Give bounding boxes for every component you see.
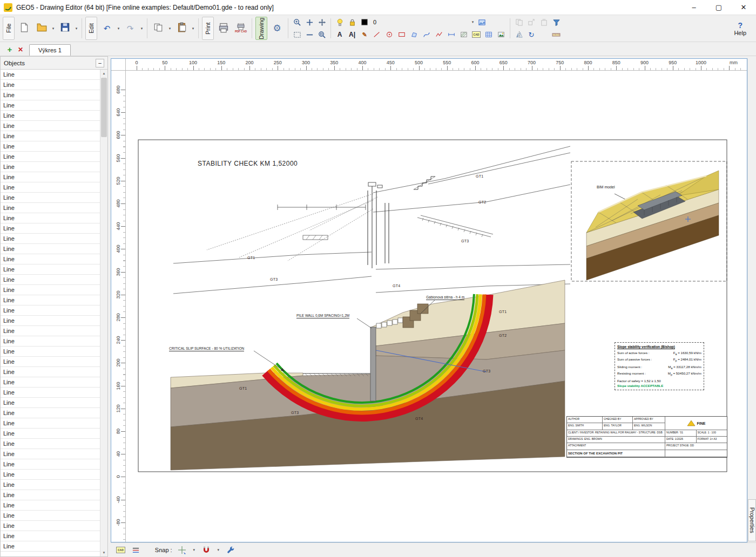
rotate-button[interactable]: ↻ <box>525 29 537 40</box>
annotate-tool-button[interactable]: ✎ <box>359 29 370 40</box>
undo-dropdown[interactable]: ▾ <box>116 16 121 40</box>
list-item-line[interactable]: Line <box>1 244 100 254</box>
list-item-line[interactable]: Line <box>1 511 100 521</box>
list-item-line[interactable]: Line <box>1 182 100 193</box>
list-item-line[interactable]: Line <box>1 203 100 213</box>
dimension-tool-button[interactable] <box>446 29 457 40</box>
list-item-line[interactable]: Line <box>1 357 100 367</box>
redo-dropdown[interactable]: ▾ <box>139 16 144 40</box>
new-document-button[interactable] <box>16 17 32 39</box>
list-item-line[interactable]: Line <box>1 90 100 100</box>
settings-button[interactable]: ⚙ <box>269 17 285 39</box>
close-sheet-button[interactable]: ✕ <box>15 46 26 53</box>
magnet-snap-button[interactable] <box>201 545 212 555</box>
delete-object-button[interactable] <box>538 16 550 28</box>
save-button[interactable] <box>57 17 73 39</box>
select-rectangle-button[interactable] <box>291 29 303 40</box>
properties-tab[interactable]: Properties <box>748 499 756 541</box>
list-item-line[interactable]: Line <box>1 152 100 162</box>
snap-mode-dropdown[interactable]: ▾ <box>192 548 197 552</box>
move-object-button[interactable] <box>525 16 537 28</box>
list-item-line[interactable]: Line <box>1 254 100 264</box>
settings-tools-button[interactable] <box>225 545 236 555</box>
list-item-line[interactable]: Line <box>1 470 100 480</box>
paste-button[interactable] <box>173 17 190 39</box>
list-item-line[interactable]: Line <box>1 234 100 244</box>
cad-import-button[interactable]: CAD <box>470 29 482 40</box>
zoom-out-button[interactable] <box>303 29 315 40</box>
open-dropdown[interactable]: ▾ <box>51 16 56 40</box>
print-menu-button[interactable]: Print <box>202 17 214 40</box>
list-item-line[interactable]: Line <box>1 285 100 295</box>
list-item-line[interactable]: Line <box>1 449 100 459</box>
add-sheet-button[interactable]: + <box>4 45 15 54</box>
close-button[interactable]: ✕ <box>731 0 756 15</box>
spline-tool-button[interactable] <box>421 29 433 40</box>
list-item-line[interactable]: Line <box>1 100 100 111</box>
polyline-tool-button[interactable] <box>433 29 445 40</box>
list-item-line[interactable]: Line <box>1 70 100 80</box>
snap-mode-button[interactable] <box>177 545 187 555</box>
collapse-panel-button[interactable]: – <box>96 59 104 67</box>
list-item-line[interactable]: Line <box>1 305 100 316</box>
open-button[interactable] <box>33 17 50 39</box>
print-pdf-cad-button[interactable]: PDF CAD <box>233 17 249 39</box>
object-lines-button[interactable] <box>131 545 141 555</box>
list-item-line[interactable]: Line <box>1 377 100 388</box>
help-group[interactable]: ? Help <box>734 16 746 40</box>
list-item-line[interactable]: Line <box>1 326 100 336</box>
visibility-bulb-button[interactable] <box>334 16 346 28</box>
zoom-window-button[interactable] <box>291 16 303 28</box>
list-item-line[interactable]: Line <box>1 408 100 418</box>
mirror-button[interactable] <box>513 29 525 40</box>
zoom-all-button[interactable] <box>316 29 328 40</box>
zoom-in-button[interactable] <box>303 16 315 28</box>
list-item-line[interactable]: Line <box>1 347 100 357</box>
list-item-line[interactable]: Line <box>1 316 100 326</box>
filter-button[interactable] <box>550 16 562 28</box>
list-item-line[interactable]: Line <box>1 521 100 531</box>
attach-button[interactable] <box>476 16 488 28</box>
print-button[interactable] <box>215 17 232 39</box>
list-item-line[interactable]: Line <box>1 429 100 439</box>
list-item-line[interactable]: Line <box>1 223 100 234</box>
text-tool-button[interactable]: A <box>334 29 346 40</box>
list-item-line[interactable]: Line <box>1 295 100 305</box>
list-item-line[interactable]: Line <box>1 459 100 470</box>
list-item-line[interactable]: Line <box>1 141 100 152</box>
paste-dropdown[interactable]: ▾ <box>191 16 195 40</box>
image-tool-button[interactable] <box>495 29 507 40</box>
list-item-line[interactable]: Line <box>1 275 100 285</box>
drawing-canvas[interactable]: 0501001502002503003504004505005506006507… <box>111 58 747 542</box>
list-item-line[interactable]: Line <box>1 111 100 121</box>
layer-dropdown[interactable]: ▾ <box>470 20 475 24</box>
list-item-line[interactable]: Line <box>1 398 100 408</box>
scroll-down-icon[interactable]: ▼ <box>100 549 107 556</box>
list-item-line[interactable]: Line <box>1 388 100 398</box>
redo-button[interactable]: ↷ <box>122 17 138 39</box>
file-menu-button[interactable]: File <box>3 17 15 40</box>
list-item-line[interactable]: Line <box>1 541 100 552</box>
copy-object-button[interactable] <box>513 16 525 28</box>
list-item-line[interactable]: Line <box>1 131 100 141</box>
rectangle-tool-button[interactable] <box>396 29 408 40</box>
save-dropdown[interactable]: ▾ <box>74 16 79 40</box>
measure-button[interactable] <box>550 29 562 40</box>
list-item-line[interactable]: Line <box>1 439 100 449</box>
list-item-line[interactable]: Line <box>1 162 100 172</box>
point-tool-button[interactable] <box>383 29 395 40</box>
text-edit-tool-button[interactable]: A| <box>346 29 358 40</box>
list-item-line[interactable]: Line <box>1 480 100 490</box>
list-item-line[interactable]: Line <box>1 80 100 90</box>
scroll-up-icon[interactable]: ▲ <box>100 70 107 77</box>
cad-status-button[interactable]: CAD <box>115 545 126 555</box>
list-item-line[interactable]: Line <box>1 264 100 275</box>
list-item-line[interactable]: Line <box>1 490 100 500</box>
maximize-button[interactable]: ▢ <box>706 0 731 15</box>
minimize-button[interactable]: – <box>681 0 706 15</box>
copy-button[interactable] <box>150 17 166 39</box>
hatch-tool-button[interactable] <box>458 29 470 40</box>
list-item-line[interactable]: Line <box>1 418 100 429</box>
list-item-line[interactable]: Line <box>1 500 100 511</box>
list-item-line[interactable]: Line <box>1 121 100 131</box>
